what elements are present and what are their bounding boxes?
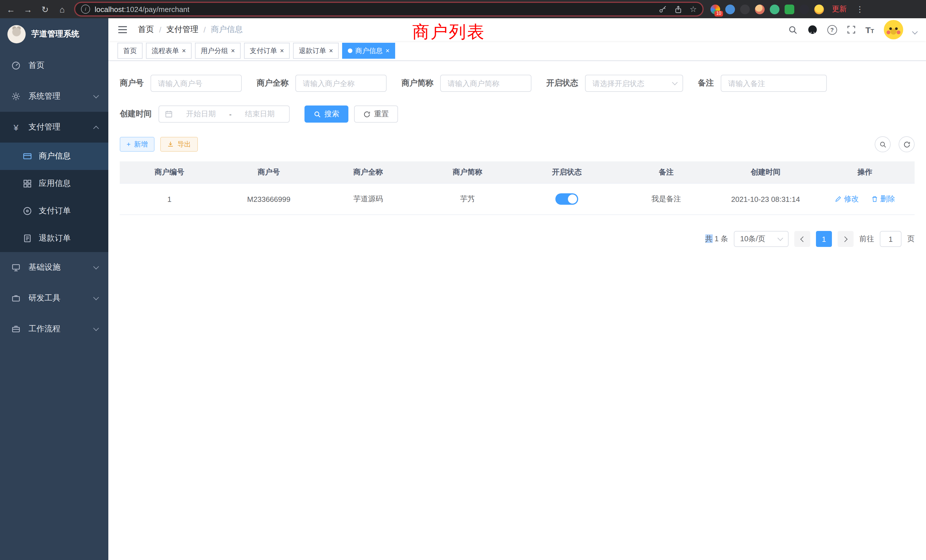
tab-label: 支付订单 — [250, 46, 277, 56]
table-toolbar-right — [875, 136, 915, 152]
status-toggle[interactable] — [555, 193, 578, 205]
extension-icon-1[interactable]: 10 — [710, 4, 720, 14]
delete-button[interactable]: 删除 — [871, 194, 895, 204]
site-info-icon[interactable]: i — [81, 5, 90, 14]
tab-home[interactable]: 首页 — [118, 43, 142, 59]
extension-icon-6[interactable] — [785, 4, 794, 14]
status-select[interactable] — [585, 75, 683, 92]
merchant-no-input[interactable] — [151, 75, 242, 92]
refresh-table-button[interactable] — [899, 136, 915, 152]
extensions-row: 10 — [710, 4, 824, 14]
password-key-icon[interactable] — [659, 5, 667, 14]
fullscreen-icon[interactable] — [846, 25, 856, 34]
avatar-dropdown-icon[interactable] — [912, 29, 918, 34]
extension-icon-4[interactable] — [755, 4, 765, 14]
cell-merchant-no: M233666999 — [219, 183, 319, 215]
extension-icon-7[interactable] — [799, 4, 809, 14]
breadcrumb: 首页 / 支付管理 / 商户信息 — [138, 24, 243, 35]
sidebar-item-label: 首页 — [29, 61, 44, 71]
field-label: 商户全称 — [257, 78, 289, 88]
hamburger-icon[interactable] — [118, 25, 128, 34]
sidebar-item-system[interactable]: 系统管理 — [0, 81, 108, 112]
user-avatar[interactable] — [884, 20, 903, 39]
search-button[interactable]: 搜索 — [304, 106, 348, 123]
page-size-value: 10条/页 — [740, 234, 765, 244]
sidebar-item-label: 支付订单 — [39, 206, 71, 216]
sidebar-item-infrastructure[interactable]: 基础设施 — [0, 252, 108, 283]
sidebar-logo[interactable]: 芋道管理系统 — [0, 18, 108, 50]
reload-icon[interactable]: ↻ — [40, 5, 50, 14]
dashboard-icon — [11, 61, 21, 70]
extension-icon-8[interactable] — [814, 4, 824, 14]
page-number-1[interactable]: 1 — [816, 231, 832, 247]
sidebar-item-payment[interactable]: ¥ 支付管理 — [0, 112, 108, 142]
app: 芋道管理系统 首页 系统管理 ¥ 支付管理 商户信息 — [0, 18, 926, 560]
bookmark-star-icon[interactable]: ☆ — [690, 5, 697, 14]
col-merchant-no: 商户号 — [219, 161, 319, 183]
extension-icon-2[interactable] — [725, 4, 735, 14]
tab-merchant-info[interactable]: 商户信息× — [342, 43, 395, 59]
sidebar: 芋道管理系统 首页 系统管理 ¥ 支付管理 商户信息 — [0, 18, 108, 560]
help-icon[interactable]: ? — [827, 25, 837, 35]
forward-icon[interactable]: → — [23, 5, 33, 14]
page-size-select[interactable]: 10条/页 — [734, 231, 788, 247]
sidebar-item-label: 退款订单 — [39, 233, 71, 244]
close-icon[interactable]: × — [182, 47, 186, 54]
short-name-input[interactable] — [440, 75, 531, 92]
close-icon[interactable]: × — [231, 47, 235, 54]
share-icon[interactable] — [674, 5, 683, 14]
sidebar-item-dev-tools[interactable]: 研发工具 — [0, 283, 108, 314]
tab-process-form[interactable]: 流程表单× — [146, 43, 192, 59]
sidebar-item-label: 研发工具 — [29, 293, 61, 303]
home-icon[interactable]: ⌂ — [57, 5, 67, 14]
sidebar-item-merchant-info[interactable]: 商户信息 — [0, 142, 108, 170]
merchant-name-input[interactable] — [295, 75, 387, 92]
merchant-table: 商户编号 商户号 商户全称 商户简称 开启状态 备注 创建时间 操作 1 — [120, 161, 915, 215]
sidebar-item-workflow[interactable]: 工作流程 — [0, 314, 108, 344]
bank-card-icon — [23, 152, 32, 161]
back-icon[interactable]: ← — [6, 5, 16, 14]
close-icon[interactable]: × — [329, 47, 333, 54]
refresh-icon — [903, 141, 910, 148]
breadcrumb-section[interactable]: 支付管理 — [166, 24, 198, 35]
reset-button[interactable]: 重置 — [354, 106, 398, 123]
toggle-search-button[interactable] — [875, 136, 891, 152]
github-icon[interactable] — [807, 24, 817, 35]
tab-refund-order[interactable]: 退款订单× — [293, 43, 339, 59]
browser-update-button[interactable]: 更新 — [832, 4, 847, 14]
url-path: :1024/pay/merchant — [124, 5, 189, 14]
sidebar-item-pay-order[interactable]: 支付订单 — [0, 197, 108, 225]
next-page-button[interactable] — [838, 231, 853, 247]
extension-icon-5[interactable] — [770, 4, 779, 14]
total-count: 1 — [714, 235, 719, 243]
add-button[interactable]: + 新增 — [120, 137, 154, 152]
tab-pay-order[interactable]: 支付订单× — [244, 43, 290, 59]
breadcrumb-home[interactable]: 首页 — [138, 24, 154, 35]
prev-page-button[interactable] — [794, 231, 810, 247]
screen: ← → ↻ ⌂ i localhost:1024/pay/merchant ☆ … — [0, 0, 926, 560]
goto-page-input[interactable] — [880, 231, 902, 247]
col-remark: 备注 — [617, 161, 716, 183]
sidebar-item-app-info[interactable]: 应用信息 — [0, 170, 108, 197]
tab-user-group[interactable]: 用户分组× — [195, 43, 241, 59]
export-button[interactable]: 导出 — [160, 137, 198, 152]
date-range-picker[interactable]: 开始日期 - 结束日期 — [159, 106, 290, 123]
close-icon[interactable]: × — [280, 47, 284, 54]
field-label: 商户简称 — [401, 78, 433, 88]
sidebar-item-refund-order[interactable]: 退款订单 — [0, 225, 108, 252]
font-size-icon[interactable]: TT — [865, 26, 874, 34]
filter-merchant-name: 商户全称 — [257, 75, 387, 92]
refund-icon — [23, 234, 32, 243]
header-search-icon[interactable] — [788, 25, 797, 35]
remark-input[interactable] — [721, 75, 827, 92]
browser-menu-icon[interactable]: ⋮ — [855, 5, 865, 14]
col-merchant-id: 商户编号 — [120, 161, 219, 183]
extension-icon-3[interactable] — [740, 4, 750, 14]
col-merchant-name: 商户全称 — [318, 161, 418, 183]
edit-button[interactable]: 修改 — [835, 194, 859, 204]
cell-merchant-id: 1 — [120, 183, 219, 215]
toolbox-icon — [11, 294, 21, 303]
sidebar-item-home[interactable]: 首页 — [0, 50, 108, 81]
close-icon[interactable]: × — [386, 47, 389, 54]
url-bar[interactable]: i localhost:1024/pay/merchant ☆ — [74, 2, 704, 17]
